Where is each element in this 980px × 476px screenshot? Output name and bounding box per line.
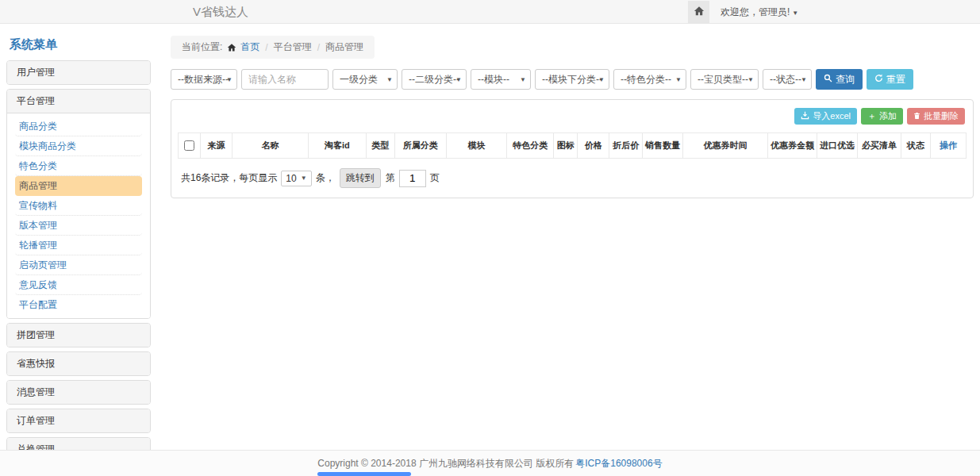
search-button[interactable]: 查询 [816,69,863,90]
breadcrumb-home-link[interactable]: 首页 [240,40,259,54]
table-toolbar: 导入excel ＋添加 批量删除 [179,108,965,125]
import-excel-button[interactable]: 导入excel [794,108,857,125]
sidebar-item-splash-manage[interactable]: 启动页管理 [15,255,142,275]
reset-button[interactable]: 重置 [867,69,913,90]
user-menu[interactable]: 欢迎您，管理员!▼ [721,6,798,19]
filter-select-value: --状态-- [770,74,801,85]
col-12-header: 优惠券金额 [768,133,817,159]
filter-select-module[interactable]: --模块--▼ [471,69,531,90]
refresh-icon [874,74,883,85]
filter-select-status[interactable]: --状态--▼ [763,69,812,90]
col-11-header: 优惠券时间 [682,133,767,159]
batch-delete-button[interactable]: 批量删除 [907,108,965,125]
main-content: 当前位置: 首页 / 平台管理 / 商品管理 --数据来源--▼ 一级分类▼--… [171,24,974,450]
breadcrumb: 当前位置: 首页 / 平台管理 / 商品管理 [171,36,375,59]
col-9-header: 折后价 [609,133,643,159]
page-size-value: 10 [286,173,296,184]
filter-select-value: --二级分类-- [409,74,459,85]
col-4-header: 所属分类 [394,133,446,159]
sidebar-item-promo-material[interactable]: 宣传物料 [15,196,142,216]
sidebar-menu: 用户管理平台管理商品分类模块商品分类特色分类商品管理宣传物料版本管理轮播管理启动… [6,60,151,450]
menu-panel-message-manage: 消息管理 [6,380,151,405]
chevron-down-icon: ▼ [226,71,233,90]
sidebar-item-carousel-manage[interactable]: 轮播管理 [15,236,142,255]
import-icon [801,111,809,121]
filter-select-item-type[interactable]: --宝贝类型--▼ [690,69,759,90]
select-all-checkbox[interactable] [184,140,194,151]
add-label: 添加 [879,110,897,122]
filter-select-level2-category[interactable]: --二级分类--▼ [402,69,467,90]
sidebar-item-feature-category[interactable]: 特色分类 [15,156,142,176]
filter-select-value: --特色分类-- [621,74,671,85]
sidebar-item-platform-config[interactable]: 平台配置 [15,295,142,315]
col-13-header: 进口优选 [817,133,858,159]
add-button[interactable]: ＋添加 [861,108,903,125]
total-records-text: 共16条记录，每页显示 [181,171,277,185]
filter-select-feature-category[interactable]: --特色分类--▼ [613,69,686,90]
col-5-header: 模块 [446,133,506,159]
filter-select-value: 一级分类 [340,74,378,85]
pagination-bar: 共16条记录，每页显示 10▼ 条， 跳转到 第 页 [178,168,967,191]
menu-panel-user-manage: 用户管理 [6,60,151,85]
plus-icon: ＋ [867,110,876,122]
pagination-summary: 共16条记录，每页显示 10▼ 条， 跳转到 第 页 [181,168,440,188]
page-size-select[interactable]: 10▼ [281,171,311,186]
sidebar: 系统菜单 用户管理平台管理商品分类模块商品分类特色分类商品管理宣传物料版本管理轮… [6,24,151,450]
page-suffix: 页 [430,171,440,185]
menu-panel-exchange-manage: 兑换管理 [6,437,151,450]
sidebar-group-saving-express[interactable]: 省惠快报 [7,352,150,375]
sidebar-group-user-manage[interactable]: 用户管理 [7,61,150,84]
sidebar-item-version-manage[interactable]: 版本管理 [15,216,142,236]
batch-delete-label: 批量删除 [924,110,959,122]
chevron-down-icon: ▼ [747,71,754,90]
filter-select-module-subcategory[interactable]: --模块下分类--▼ [535,69,609,90]
sidebar-group-groupbuy-manage[interactable]: 拼团管理 [7,324,150,347]
col-3-header: 类型 [366,133,394,159]
icp-link[interactable]: 粤ICP备16098006号 [575,457,662,470]
col-checkbox [179,133,201,159]
col-10-header: 销售数量 [642,133,682,159]
breadcrumb-separator: / [265,42,267,53]
home-icon-breadcrumb [227,43,236,52]
col-2-header: 淘客id [308,133,366,159]
sidebar-item-goods-category[interactable]: 商品分类 [15,117,142,136]
page-footer: Copyright © 2014-2018 广州九驰网络科技有限公司 版权所有 … [0,450,980,476]
jump-button[interactable]: 跳转到 [340,168,381,188]
table-header-row: 来源名称淘客id类型所属分类模块特色分类图标价格折后价销售数量优惠券时间优惠券金… [179,133,967,159]
filter-select-level1-category[interactable]: 一级分类▼ [332,69,398,90]
sidebar-group-message-manage[interactable]: 消息管理 [7,381,150,404]
breadcrumb-separator: / [317,42,320,53]
sidebar-item-feedback[interactable]: 意见反馈 [15,275,142,295]
filter-select-value: --数据来源-- [178,74,229,85]
bottom-blue-bar [317,472,411,476]
filter-bar: --数据来源--▼ 一级分类▼--二级分类--▼--模块--▼--模块下分类--… [171,69,974,90]
chevron-down-icon: ▼ [386,71,393,90]
page-number-input[interactable] [399,170,426,187]
sidebar-item-module-goods-category[interactable]: 模块商品分类 [15,136,142,156]
col-8-header: 价格 [578,133,609,159]
filter-slot-b: 一级分类▼--二级分类--▼--模块--▼--模块下分类--▼--特色分类--▼… [332,69,812,90]
chevron-down-icon: ▼ [792,10,798,17]
import-excel-label: 导入excel [813,110,851,122]
name-search-input[interactable] [241,69,329,90]
sidebar-item-goods-manage[interactable]: 商品管理 [15,176,142,196]
products-table: 来源名称淘客id类型所属分类模块特色分类图标价格折后价销售数量优惠券时间优惠券金… [178,132,967,159]
col-1-header: 名称 [233,133,309,159]
navbar-right: 欢迎您，管理员!▼ [688,0,798,24]
sidebar-group-order-manage[interactable]: 订单管理 [7,409,150,432]
trash-icon [913,112,920,121]
home-button[interactable] [688,1,709,24]
filter-select-value: --模块-- [478,74,509,85]
menu-panel-order-manage: 订单管理 [6,409,151,433]
filter-slot-a: --数据来源--▼ [171,69,237,90]
welcome-text: 欢迎您，管理员! [721,6,790,17]
chevron-down-icon: ▼ [455,71,462,90]
menu-panel-groupbuy-manage: 拼团管理 [6,323,151,347]
search-button-label: 查询 [836,73,855,86]
filter-select-data-source[interactable]: --数据来源--▼ [171,69,237,90]
sidebar-group-exchange-manage[interactable]: 兑换管理 [7,438,150,450]
page-layout: 系统菜单 用户管理平台管理商品分类模块商品分类特色分类商品管理宣传物料版本管理轮… [0,24,980,450]
app-title: V省钱达人 [193,5,248,20]
col-16-header: 操作 [931,133,967,159]
sidebar-group-platform-manage[interactable]: 平台管理 [7,90,150,113]
